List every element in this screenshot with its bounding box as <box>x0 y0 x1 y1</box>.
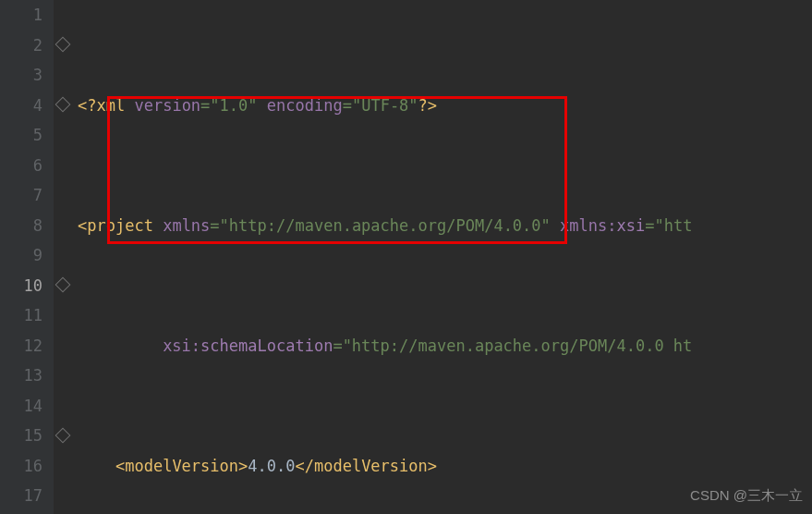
line-number: 17 <box>6 481 42 511</box>
line-number-gutter: 1 2 3 4 5 6 7 8 9 10 11 12 13 14 15 16 1… <box>0 0 54 514</box>
line-number: 9 <box>6 240 42 271</box>
code-line[interactable]: xsi:schemaLocation="http://maven.apache.… <box>74 331 812 361</box>
line-number: 12 <box>6 331 42 361</box>
fold-marker-icon[interactable] <box>55 277 71 293</box>
line-number: 6 <box>6 151 42 181</box>
line-number: 1 <box>6 0 42 31</box>
fold-marker-icon[interactable] <box>55 37 71 53</box>
fold-column <box>54 0 74 514</box>
line-number: 10 <box>6 271 42 301</box>
line-number: 7 <box>6 180 42 211</box>
line-number: 4 <box>6 91 42 121</box>
line-number: 16 <box>6 451 42 482</box>
line-number: 5 <box>6 120 42 151</box>
line-number: 13 <box>6 361 42 391</box>
line-number: 14 <box>6 391 42 422</box>
code-line[interactable]: <modelVersion>4.0.0</modelVersion> <box>74 451 812 482</box>
code-area[interactable]: <?xml version="1.0" encoding="UTF-8"?> <… <box>74 0 812 514</box>
line-number: 2 <box>6 31 42 61</box>
line-number: 18 <box>6 511 42 515</box>
line-number: 3 <box>6 60 42 91</box>
line-number: 8 <box>6 211 42 241</box>
code-line[interactable]: <project xmlns="http://maven.apache.org/… <box>74 211 812 241</box>
code-editor[interactable]: 1 2 3 4 5 6 7 8 9 10 11 12 13 14 15 16 1… <box>0 0 812 514</box>
line-number: 15 <box>6 421 42 451</box>
code-line[interactable]: <?xml version="1.0" encoding="UTF-8"?> <box>74 91 812 121</box>
fold-marker-icon[interactable] <box>55 428 71 444</box>
line-number: 11 <box>6 300 42 331</box>
fold-marker-icon[interactable] <box>55 97 71 113</box>
